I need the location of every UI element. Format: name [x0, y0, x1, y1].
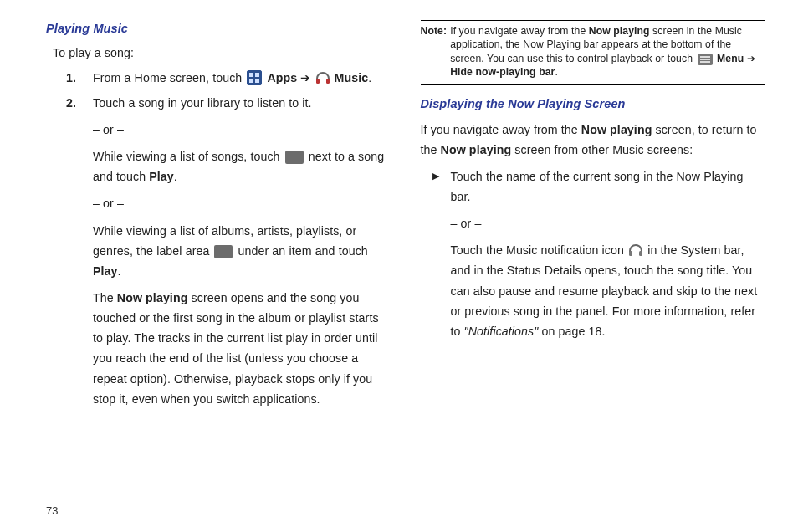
left-column: Playing Music To play a song: From a Hom…	[46, 18, 391, 484]
r-intro-pre: If you navigate away from the	[421, 123, 581, 136]
dot1: .	[174, 170, 177, 183]
grey-box-icon-2	[214, 245, 233, 258]
grey-box-icon	[285, 151, 304, 164]
note-end: .	[555, 66, 558, 78]
svg-rect-3	[639, 251, 642, 256]
note-bottom-rule	[421, 84, 765, 85]
intro-text: To play a song:	[53, 43, 391, 63]
music-headphones-icon-2	[627, 243, 644, 258]
note-np: Now playing	[589, 25, 650, 37]
arrow-bullet-list: Touch the name of the current song in th…	[421, 166, 765, 341]
play-label-2: Play	[93, 264, 118, 278]
dot2: .	[118, 264, 121, 278]
note-body: If you navigate away from the Now playin…	[450, 24, 765, 79]
para-post: screen opens and the song you touched or…	[93, 291, 379, 406]
bullet-b: Touch the Music notification icon in the…	[451, 240, 765, 341]
step2-line-c: While viewing a list of albums, artists,…	[93, 221, 391, 281]
play-label-1: Play	[149, 170, 174, 183]
step-2: Touch a song in your library to listen t…	[78, 93, 391, 409]
svg-rect-1	[326, 79, 330, 84]
section-heading-now-playing: Displaying the Now Playing Screen	[421, 94, 765, 115]
bullet-b-tail: on page 18.	[538, 325, 605, 338]
step2c-post: under an item and touch	[238, 244, 368, 258]
para-pre: The	[93, 291, 117, 304]
step-1: From a Home screen, touch Apps ➔ Music.	[78, 68, 391, 88]
note-hide: Hide now-playing bar	[450, 66, 555, 78]
menu-icon	[698, 54, 713, 65]
step2-line-b: While viewing a list of songs, touch nex…	[93, 146, 391, 187]
ordered-steps: From a Home screen, touch Apps ➔ Music. …	[46, 68, 391, 409]
note-top-rule	[421, 20, 765, 21]
bullet-b-pre: Touch the Music notification icon	[451, 243, 628, 257]
step1-text-pre: From a Home screen, touch	[93, 71, 245, 84]
r-intro-post: screen from other Music screens:	[511, 143, 693, 156]
apps-label: Apps	[267, 71, 300, 84]
or-separator-2: – or –	[93, 193, 391, 213]
right-intro: If you navigate away from the Now playin…	[421, 120, 765, 160]
or-separator-right: – or –	[451, 213, 765, 233]
two-column-layout: Playing Music To play a song: From a Hom…	[46, 18, 765, 484]
bullet-a: Touch the name of the current song in th…	[451, 166, 765, 207]
note-block: Note: If you navigate away from the Now …	[421, 24, 765, 83]
arrow-bullet: Touch the name of the current song in th…	[436, 166, 765, 341]
music-headphones-icon	[315, 70, 331, 85]
apps-icon	[247, 70, 262, 85]
note-label: Note:	[421, 24, 451, 79]
arrow-icon: ➔	[300, 71, 310, 84]
svg-rect-2	[629, 251, 632, 256]
step2-line-a: Touch a song in your library to listen t…	[93, 93, 391, 113]
note-pre: If you navigate away from the	[450, 25, 589, 37]
music-label: Music	[335, 71, 369, 84]
manual-page: Playing Music To play a song: From a Hom…	[0, 0, 798, 532]
notifications-ref: "Notifications"	[464, 325, 539, 338]
step1-end: .	[368, 71, 371, 84]
page-number: 73	[46, 484, 765, 532]
now-playing-bold: Now playing	[117, 291, 188, 304]
note-arrow-icon: ➔	[747, 53, 755, 64]
svg-rect-0	[316, 79, 320, 84]
or-separator-1: – or –	[93, 120, 391, 140]
r-intro-np1: Now playing	[581, 123, 652, 136]
right-column: Note: If you navigate away from the Now …	[421, 18, 765, 484]
step2b-pre: While viewing a list of songs, touch	[93, 150, 284, 163]
section-heading-playing-music: Playing Music	[46, 18, 391, 39]
step2-paragraph: The Now playing screen opens and the son…	[93, 288, 391, 409]
note-menu: Menu	[717, 53, 747, 64]
r-intro-np2: Now playing	[441, 143, 512, 156]
